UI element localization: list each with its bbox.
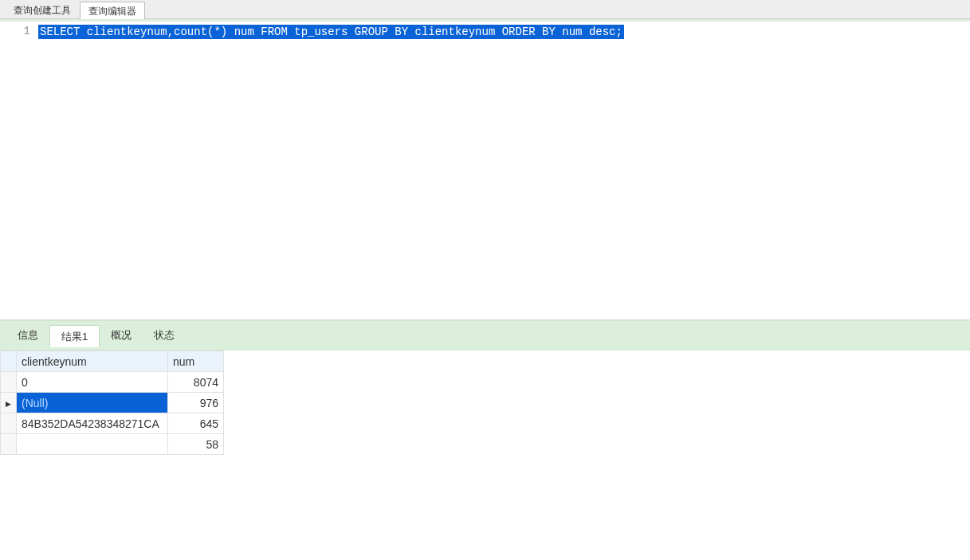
tab-query-editor[interactable]: 查询编辑器: [80, 2, 145, 19]
tab-query-builder[interactable]: 查询创建工具: [5, 1, 80, 18]
tab-status[interactable]: 状态: [143, 324, 186, 347]
cell-num[interactable]: 8074: [168, 372, 224, 393]
row-handle[interactable]: [1, 393, 17, 413]
table-row[interactable]: 0 8074: [1, 372, 224, 393]
result-tabs: 信息 结果1 概况 状态: [0, 320, 970, 350]
table-row[interactable]: (Null) 976: [1, 393, 224, 413]
cell-num[interactable]: 976: [168, 393, 224, 413]
table-header-row: clientkeynum num: [1, 351, 224, 372]
row-handle-header: [1, 351, 17, 372]
cell-num[interactable]: 58: [168, 434, 224, 455]
row-handle[interactable]: [1, 413, 17, 434]
results-table[interactable]: clientkeynum num 0 8074 (Null) 976 84B3: [0, 350, 224, 455]
tab-result1[interactable]: 结果1: [49, 325, 100, 347]
cell-clientkeynum[interactable]: 84B352DA54238348271CA: [17, 413, 168, 434]
tab-profile[interactable]: 概况: [100, 324, 143, 347]
editor-tabs: 查询创建工具 查询编辑器: [0, 0, 970, 19]
row-handle[interactable]: [1, 372, 17, 393]
results-panel: clientkeynum num 0 8074 (Null) 976 84B3: [0, 350, 970, 560]
sql-client-app: 查询创建工具 查询编辑器 1 SELECT clientkeynum,count…: [0, 0, 970, 560]
column-header-num[interactable]: num: [168, 351, 224, 372]
column-header-clientkeynum[interactable]: clientkeynum: [17, 351, 168, 372]
row-handle[interactable]: [1, 434, 17, 455]
table-row[interactable]: 58: [1, 434, 224, 455]
tab-info[interactable]: 信息: [6, 324, 49, 347]
cell-clientkeynum[interactable]: [17, 434, 168, 455]
editor-code-area[interactable]: SELECT clientkeynum,count(*) num FROM tp…: [35, 22, 970, 319]
sql-text-selected[interactable]: SELECT clientkeynum,count(*) num FROM tp…: [38, 25, 624, 39]
editor-gutter: 1: [0, 22, 35, 319]
line-number: 1: [0, 25, 30, 37]
table-row[interactable]: 84B352DA54238348271CA 645: [1, 413, 224, 434]
cell-clientkeynum[interactable]: 0: [17, 372, 168, 393]
sql-editor[interactable]: 1 SELECT clientkeynum,count(*) num FROM …: [0, 19, 970, 320]
cell-num[interactable]: 645: [168, 413, 224, 434]
cell-clientkeynum[interactable]: (Null): [17, 393, 168, 413]
